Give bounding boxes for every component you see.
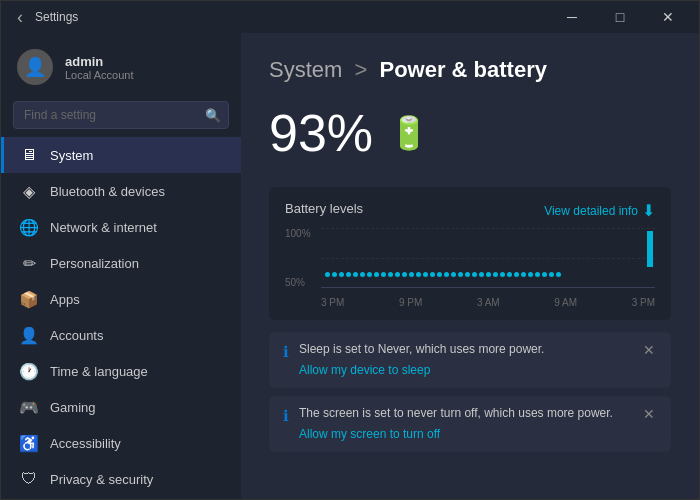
titlebar: ‹ Settings ─ □ ✕ — [1, 1, 699, 33]
main-content: System > Power & battery 93% 🔋 Battery l… — [241, 33, 699, 499]
sidebar-item-accounts[interactable]: 👤 Accounts — [1, 317, 241, 353]
sidebar-item-label: Accounts — [50, 328, 103, 343]
screen-banner-close[interactable]: ✕ — [641, 406, 657, 422]
sidebar-item-label: Accessibility — [50, 436, 121, 451]
sleep-allow-link[interactable]: Allow my device to sleep — [299, 363, 430, 377]
titlebar-title: Settings — [35, 10, 78, 24]
sidebar-item-label: Network & internet — [50, 220, 157, 235]
privacy-icon: 🛡 — [20, 470, 38, 488]
time-label-3: 9 AM — [554, 297, 577, 308]
chart-dot — [339, 272, 344, 277]
sidebar-item-apps[interactable]: 📦 Apps — [1, 281, 241, 317]
chart-dot — [451, 272, 456, 277]
chart-dot — [472, 272, 477, 277]
screen-allow-link[interactable]: Allow my screen to turn off — [299, 427, 440, 441]
titlebar-left: ‹ Settings — [13, 5, 78, 30]
sidebar-item-network[interactable]: 🌐 Network & internet — [1, 209, 241, 245]
sidebar-item-label: Gaming — [50, 400, 96, 415]
sleep-banner: ℹ Sleep is set to Never, which uses more… — [269, 332, 671, 388]
back-button[interactable]: ‹ — [13, 5, 27, 30]
titlebar-controls: ─ □ ✕ — [549, 1, 691, 33]
chart-dot — [346, 272, 351, 277]
sidebar-item-label: Bluetooth & devices — [50, 184, 165, 199]
sidebar-nav: 🖥 System ◈ Bluetooth & devices 🌐 Network… — [1, 137, 241, 499]
user-info: admin Local Account — [65, 54, 134, 81]
screen-banner-text: The screen is set to never turn off, whi… — [299, 406, 631, 420]
chart-dot — [388, 272, 393, 277]
sidebar-item-accessibility[interactable]: ♿ Accessibility — [1, 425, 241, 461]
chart-header: Battery levels View detailed info ⬇ — [285, 201, 655, 220]
search-input[interactable] — [13, 101, 229, 129]
page-title: System > Power & battery — [269, 57, 671, 83]
chart-dot — [514, 272, 519, 277]
battery-percent: 93% — [269, 103, 373, 163]
chart-dot — [395, 272, 400, 277]
chart-dot — [458, 272, 463, 277]
time-icon: 🕐 — [20, 362, 38, 380]
chart-dot — [465, 272, 470, 277]
view-link-text: View detailed info — [544, 204, 638, 218]
chart-dot — [353, 272, 358, 277]
chart-dots — [321, 272, 655, 277]
battery-section: 93% 🔋 — [269, 103, 671, 163]
minimize-button[interactable]: ─ — [549, 1, 595, 33]
chart-dot — [535, 272, 540, 277]
bluetooth-icon: ◈ — [20, 182, 38, 200]
chart-dot — [423, 272, 428, 277]
sidebar-item-gaming[interactable]: 🎮 Gaming — [1, 389, 241, 425]
chart-dot — [437, 272, 442, 277]
chart-dot — [493, 272, 498, 277]
sidebar-item-label: Time & language — [50, 364, 148, 379]
chart-dot — [549, 272, 554, 277]
screen-banner-content: The screen is set to never turn off, whi… — [299, 406, 631, 442]
chart-area: 100% 50% — [285, 228, 655, 308]
apps-icon: 📦 — [20, 290, 38, 308]
chart-dot — [367, 272, 372, 277]
sidebar-item-personalization[interactable]: ✏ Personalization — [1, 245, 241, 281]
user-sub: Local Account — [65, 69, 134, 81]
sidebar-item-privacy[interactable]: 🛡 Privacy & security — [1, 461, 241, 497]
breadcrumb-page: Power & battery — [379, 57, 547, 82]
close-button[interactable]: ✕ — [645, 1, 691, 33]
maximize-button[interactable]: □ — [597, 1, 643, 33]
chart-dot — [507, 272, 512, 277]
time-label-1: 9 PM — [399, 297, 422, 308]
gaming-icon: 🎮 — [20, 398, 38, 416]
sleep-banner-close[interactable]: ✕ — [641, 342, 657, 358]
sidebar-item-label: System — [50, 148, 93, 163]
sidebar-item-label: Personalization — [50, 256, 139, 271]
chart-dot — [521, 272, 526, 277]
sleep-banner-content: Sleep is set to Never, which uses more p… — [299, 342, 631, 378]
chart-y-100: 100% — [285, 228, 311, 239]
chart-dot — [416, 272, 421, 277]
sidebar-item-system[interactable]: 🖥 System — [1, 137, 241, 173]
content: 👤 admin Local Account 🔍 🖥 System ◈ B — [1, 33, 699, 499]
sleep-banner-text: Sleep is set to Never, which uses more p… — [299, 342, 631, 356]
chart-dot — [430, 272, 435, 277]
breadcrumb-sep: > — [354, 57, 367, 82]
network-icon: 🌐 — [20, 218, 38, 236]
sidebar-item-bluetooth[interactable]: ◈ Bluetooth & devices — [1, 173, 241, 209]
chart-y-50: 50% — [285, 277, 311, 288]
sidebar-item-update[interactable]: 🔄 Windows Update — [1, 497, 241, 499]
chart-marker-icon: ⬇ — [642, 201, 655, 220]
time-label-2: 3 AM — [477, 297, 500, 308]
chart-dot — [381, 272, 386, 277]
chart-x-labels: 3 PM 9 PM 3 AM 9 AM 3 PM — [321, 297, 655, 308]
battery-icon: 🔋 — [389, 114, 429, 152]
chart-bar — [647, 231, 653, 267]
sidebar-item-time[interactable]: 🕐 Time & language — [1, 353, 241, 389]
accounts-icon: 👤 — [20, 326, 38, 344]
battery-chart: Battery levels View detailed info ⬇ 100%… — [269, 187, 671, 320]
avatar: 👤 — [17, 49, 53, 85]
view-detailed-link[interactable]: View detailed info ⬇ — [544, 201, 655, 220]
personalization-icon: ✏ — [20, 254, 38, 272]
chart-dot — [479, 272, 484, 277]
chart-dot — [332, 272, 337, 277]
chart-dot — [500, 272, 505, 277]
sidebar-item-label: Privacy & security — [50, 472, 153, 487]
chart-dot — [325, 272, 330, 277]
user-name: admin — [65, 54, 134, 69]
sidebar: 👤 admin Local Account 🔍 🖥 System ◈ B — [1, 33, 241, 499]
system-icon: 🖥 — [20, 146, 38, 164]
